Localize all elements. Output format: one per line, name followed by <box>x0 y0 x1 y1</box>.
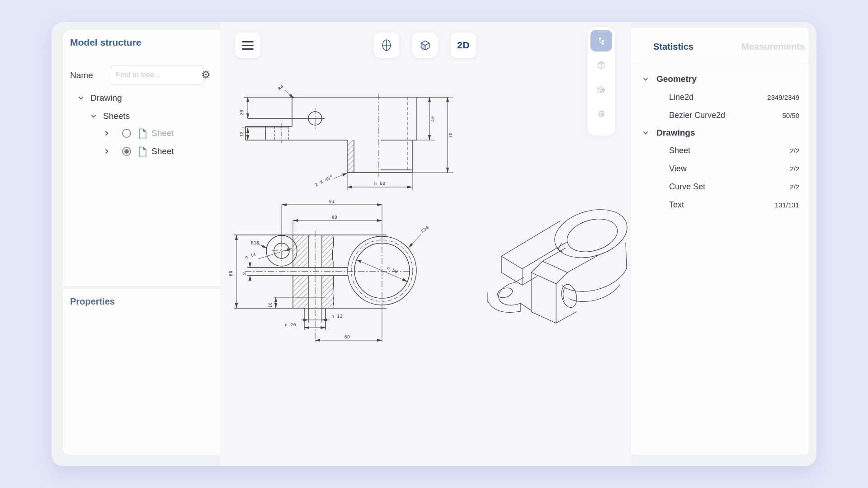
chevron-down-icon[interactable] <box>78 95 84 101</box>
hatch-column-2b <box>322 276 333 308</box>
stat-row-label: Line2d <box>669 93 693 102</box>
dim-label-dia50: n 50 <box>387 265 399 274</box>
tab-divider <box>631 62 808 62</box>
dim-label-40: 40 <box>430 116 435 122</box>
shaded-cube-mode-button[interactable] <box>590 54 612 76</box>
model-structure-panel: Model structure Name ⚙ Drawing Sheets <box>63 30 220 286</box>
chevron-down-icon[interactable] <box>642 76 649 82</box>
mode-2d-label: 2D <box>457 40 470 51</box>
assembly-cubes-icon <box>596 84 607 95</box>
dim-label-dia14: n 14 <box>244 252 256 260</box>
box-icon <box>596 108 607 119</box>
chevron-down-icon[interactable] <box>642 130 649 136</box>
sheet-visibility-radio[interactable] <box>122 147 131 156</box>
dim-label-r15: R15 <box>251 240 259 245</box>
dim-label-12: 12 <box>239 131 244 137</box>
tree-node-label[interactable]: Sheet <box>151 146 174 156</box>
hatch-stem-wall <box>347 140 354 173</box>
dim-label-chamfer: 2 X 45° <box>314 174 334 188</box>
hatch-column-1a <box>293 235 308 267</box>
sheet-file-icon <box>138 146 147 157</box>
dim-label-8: 8 <box>242 272 247 275</box>
tree-node-label[interactable]: Sheet <box>151 128 174 138</box>
stat-row-label: Bezier Curve2d <box>669 111 725 120</box>
properties-title: Properties <box>70 296 115 307</box>
orientation-sphere-button[interactable] <box>374 33 399 58</box>
dim-label-70: 70 <box>448 132 453 138</box>
view-top-section <box>244 97 449 173</box>
tree-node-label[interactable]: Drawing <box>90 93 122 103</box>
stat-row-value: 2/2 <box>722 165 799 173</box>
tree-node-drawing[interactable]: Drawing <box>78 91 122 105</box>
find-in-tree-input[interactable] <box>111 66 203 84</box>
dim-label-dia20: n 20 <box>285 322 296 327</box>
single-body-mode-button[interactable] <box>590 103 612 125</box>
stat-row-label: Curve Set <box>669 182 705 192</box>
dim-label-80: 80 <box>332 215 337 220</box>
cube-icon <box>419 39 431 52</box>
dim-label-91: 91 <box>329 199 335 204</box>
app-root: { "left_panel": { "title": "Model struct… <box>0 0 868 488</box>
sheet-file-icon <box>138 128 147 139</box>
isometric-view-button[interactable] <box>412 33 438 58</box>
technical-drawing: 20 12 40 70 n 60 R4 2 X 45° <box>220 22 631 466</box>
model-tree-icon <box>596 36 606 46</box>
dim-label-10: 10 <box>268 302 273 308</box>
dim-label-dia12: n 12 <box>331 314 343 319</box>
name-label: Name <box>70 70 93 80</box>
tree-node-label[interactable]: Sheets <box>103 111 130 121</box>
dim-label-60: 60 <box>344 334 350 339</box>
dim-label-dia60: n 60 <box>374 181 386 186</box>
dim-label-68: 68 <box>228 271 233 276</box>
stat-row-value: 2/2 <box>722 147 799 155</box>
tree-node-sheet-2[interactable]: Sheet <box>104 145 174 158</box>
hatch-column-2a <box>322 235 333 267</box>
stat-row-value: 2/2 <box>722 183 799 191</box>
assembly-mode-button[interactable] <box>590 79 612 100</box>
drawing-canvas[interactable]: 20 12 40 70 n 60 R4 2 X 45° <box>220 22 631 466</box>
stat-row-value: 131/131 <box>722 201 799 209</box>
solid-cube-icon <box>596 60 607 70</box>
model-structure-title: Model structure <box>70 37 142 48</box>
stat-row-label: Sheet <box>669 146 690 155</box>
tree-node-sheet-1[interactable]: Sheet <box>104 127 174 140</box>
globe-axes-icon <box>381 39 392 51</box>
chevron-right-icon[interactable] <box>104 130 110 136</box>
tab-statistics[interactable]: Statistics <box>653 42 693 52</box>
view-isometric <box>488 202 631 323</box>
tree-node-sheets[interactable]: Sheets <box>90 109 130 123</box>
chevron-right-icon[interactable] <box>104 148 110 155</box>
chevron-down-icon[interactable] <box>90 113 97 119</box>
dim-label-r34: R34 <box>420 225 430 234</box>
tree-settings-gear-icon[interactable]: ⚙ <box>201 70 211 80</box>
app-window: 20 12 40 70 n 60 R4 2 X 45° <box>52 22 816 466</box>
section-drawings-title[interactable]: Drawings <box>656 128 695 138</box>
sheet-visibility-radio[interactable] <box>122 129 131 138</box>
statistics-panel: Statistics Measurements Geometry Line2d … <box>631 28 808 455</box>
stat-row-label: View <box>669 164 687 174</box>
properties-panel: Properties <box>63 289 220 455</box>
hatch-column-1b <box>293 276 308 308</box>
main-menu-button[interactable] <box>235 33 260 58</box>
stat-row-label: Text <box>669 200 684 210</box>
section-geometry-title[interactable]: Geometry <box>656 74 697 84</box>
stat-row-value: 2349/2349 <box>722 94 799 101</box>
view-front-dimensions <box>236 205 421 342</box>
dim-label-r4: R4 <box>277 84 285 91</box>
model-tree-mode-button[interactable] <box>590 30 612 52</box>
view-top-hidden-lines <box>274 94 408 177</box>
dim-label-20: 20 <box>239 110 244 115</box>
hamburger-icon <box>242 41 254 50</box>
tab-measurements[interactable]: Measurements <box>741 42 805 52</box>
stat-row-value: 50/50 <box>722 112 799 119</box>
display-mode-toolbar <box>588 27 615 136</box>
mode-2d-button[interactable]: 2D <box>451 33 476 58</box>
